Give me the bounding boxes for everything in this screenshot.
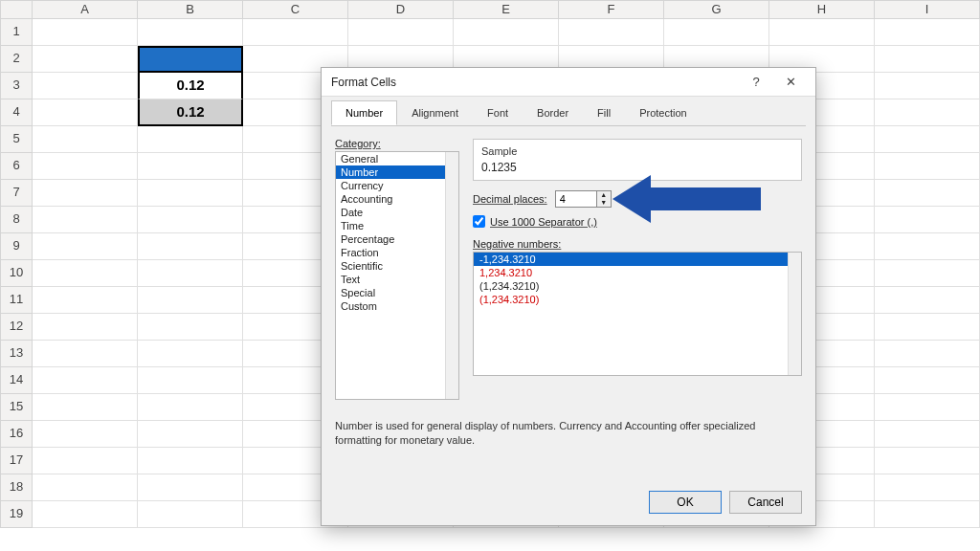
close-button[interactable]: ✕ bbox=[773, 75, 808, 89]
thousand-separator-checkbox[interactable] bbox=[473, 215, 485, 228]
cell[interactable] bbox=[875, 180, 980, 207]
cell[interactable] bbox=[33, 341, 138, 367]
cell[interactable] bbox=[138, 341, 243, 367]
row-header[interactable]: 17 bbox=[0, 448, 33, 474]
cell[interactable] bbox=[33, 314, 138, 341]
cell[interactable] bbox=[875, 126, 980, 153]
spinner-up-icon[interactable]: ▲ bbox=[597, 191, 611, 199]
col-header[interactable]: B bbox=[138, 0, 243, 19]
col-header[interactable]: C bbox=[243, 0, 348, 19]
row-header[interactable]: 16 bbox=[0, 421, 33, 448]
category-item[interactable]: Scientific bbox=[336, 259, 458, 273]
cell[interactable] bbox=[33, 448, 138, 474]
category-item[interactable]: Number bbox=[336, 165, 458, 179]
cell[interactable] bbox=[138, 233, 243, 260]
cell[interactable] bbox=[33, 394, 138, 421]
col-header[interactable]: F bbox=[559, 0, 664, 19]
tab-number[interactable]: Number bbox=[331, 100, 397, 125]
cell[interactable] bbox=[33, 501, 138, 528]
scrollbar[interactable] bbox=[788, 253, 801, 375]
cell[interactable] bbox=[33, 207, 138, 233]
cell[interactable] bbox=[138, 448, 243, 474]
category-item[interactable]: General bbox=[336, 152, 458, 165]
negative-format-item[interactable]: 1,234.3210 bbox=[474, 266, 801, 279]
category-item[interactable]: Currency bbox=[336, 179, 458, 192]
negative-format-item[interactable]: (1,234.3210) bbox=[474, 293, 801, 306]
cell[interactable] bbox=[138, 180, 243, 207]
ok-button[interactable]: OK bbox=[649, 491, 722, 514]
cell[interactable] bbox=[138, 314, 243, 341]
row-header[interactable]: 1 bbox=[0, 19, 33, 46]
row-header[interactable]: 7 bbox=[0, 180, 33, 207]
negative-format-item[interactable]: (1,234.3210) bbox=[474, 279, 801, 293]
cell[interactable] bbox=[875, 207, 980, 233]
tab-font[interactable]: Font bbox=[473, 100, 523, 125]
cell[interactable] bbox=[33, 180, 138, 207]
select-all-corner[interactable] bbox=[0, 0, 33, 19]
cell[interactable] bbox=[33, 367, 138, 394]
col-header[interactable]: G bbox=[664, 0, 769, 19]
cell[interactable] bbox=[875, 153, 980, 180]
category-listbox[interactable]: GeneralNumberCurrencyAccountingDateTimeP… bbox=[335, 151, 459, 400]
category-item[interactable]: Date bbox=[336, 206, 458, 219]
cell[interactable] bbox=[769, 19, 875, 46]
negative-numbers-listbox[interactable]: -1,234.32101,234.3210(1,234.3210)(1,234.… bbox=[473, 252, 802, 376]
cell[interactable] bbox=[875, 341, 980, 367]
cell[interactable] bbox=[454, 19, 559, 46]
spinner-down-icon[interactable]: ▼ bbox=[597, 199, 611, 207]
row-header[interactable]: 11 bbox=[0, 287, 33, 314]
row-header[interactable]: 8 bbox=[0, 207, 33, 233]
row-header[interactable]: 15 bbox=[0, 394, 33, 421]
category-item[interactable]: Custom bbox=[336, 299, 458, 313]
tab-fill[interactable]: Fill bbox=[583, 100, 625, 125]
tab-border[interactable]: Border bbox=[523, 100, 583, 125]
cell[interactable] bbox=[243, 19, 348, 46]
row-header[interactable]: 18 bbox=[0, 474, 33, 501]
cell[interactable] bbox=[33, 153, 138, 180]
cell[interactable] bbox=[33, 421, 138, 448]
cell[interactable] bbox=[875, 394, 980, 421]
cell[interactable] bbox=[875, 99, 980, 126]
row-header[interactable]: 10 bbox=[0, 260, 33, 287]
category-item[interactable]: Special bbox=[336, 286, 458, 299]
cell[interactable] bbox=[138, 153, 243, 180]
dialog-titlebar[interactable]: Format Cells ? ✕ bbox=[322, 68, 815, 97]
cell[interactable] bbox=[875, 314, 980, 341]
category-item[interactable]: Fraction bbox=[336, 246, 458, 259]
cell[interactable] bbox=[138, 287, 243, 314]
cell[interactable] bbox=[138, 126, 243, 153]
cell[interactable] bbox=[138, 19, 243, 46]
cell[interactable] bbox=[33, 46, 138, 73]
cell[interactable] bbox=[138, 394, 243, 421]
col-header[interactable]: H bbox=[769, 0, 875, 19]
cell[interactable] bbox=[559, 19, 664, 46]
cell[interactable] bbox=[33, 99, 138, 126]
row-header[interactable]: 12 bbox=[0, 314, 33, 341]
cell[interactable] bbox=[875, 474, 980, 501]
cell[interactable] bbox=[664, 19, 769, 46]
row-header[interactable]: 4 bbox=[0, 99, 33, 126]
col-header[interactable]: I bbox=[875, 0, 980, 19]
col-header[interactable]: A bbox=[33, 0, 138, 19]
col-header[interactable]: E bbox=[454, 0, 559, 19]
row-header[interactable]: 19 bbox=[0, 501, 33, 528]
cell[interactable] bbox=[875, 46, 980, 73]
row-header[interactable]: 6 bbox=[0, 153, 33, 180]
cell[interactable] bbox=[875, 448, 980, 474]
cancel-button[interactable]: Cancel bbox=[729, 491, 802, 514]
row-header[interactable]: 13 bbox=[0, 341, 33, 367]
cell[interactable] bbox=[138, 474, 243, 501]
cell[interactable] bbox=[138, 260, 243, 287]
cell[interactable] bbox=[348, 19, 454, 46]
cell[interactable] bbox=[875, 287, 980, 314]
cell[interactable] bbox=[138, 46, 243, 73]
cell[interactable]: 0.12 bbox=[138, 73, 243, 99]
row-header[interactable]: 2 bbox=[0, 46, 33, 73]
row-header[interactable]: 14 bbox=[0, 367, 33, 394]
cell[interactable] bbox=[138, 207, 243, 233]
category-item[interactable]: Time bbox=[336, 219, 458, 232]
cell[interactable] bbox=[33, 233, 138, 260]
row-header[interactable]: 3 bbox=[0, 73, 33, 99]
category-item[interactable]: Accounting bbox=[336, 192, 458, 206]
cell[interactable] bbox=[875, 367, 980, 394]
